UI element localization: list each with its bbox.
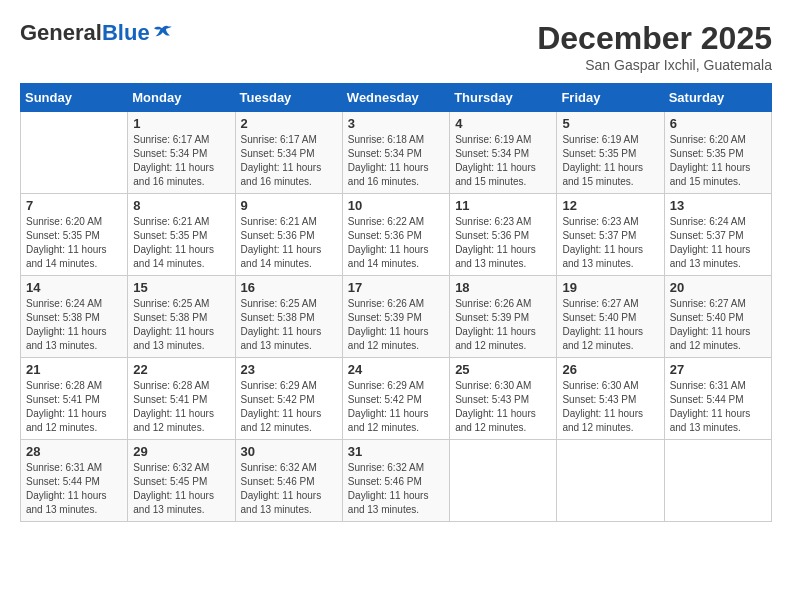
- day-info: Sunrise: 6:29 AM Sunset: 5:42 PM Dayligh…: [241, 379, 337, 435]
- calendar-cell: 25Sunrise: 6:30 AM Sunset: 5:43 PM Dayli…: [450, 358, 557, 440]
- day-number: 10: [348, 198, 444, 213]
- day-info: Sunrise: 6:19 AM Sunset: 5:34 PM Dayligh…: [455, 133, 551, 189]
- title-block: December 2025 San Gaspar Ixchil, Guatema…: [537, 20, 772, 73]
- day-number: 11: [455, 198, 551, 213]
- day-number: 9: [241, 198, 337, 213]
- day-info: Sunrise: 6:22 AM Sunset: 5:36 PM Dayligh…: [348, 215, 444, 271]
- calendar-cell: [21, 112, 128, 194]
- day-info: Sunrise: 6:26 AM Sunset: 5:39 PM Dayligh…: [348, 297, 444, 353]
- day-number: 17: [348, 280, 444, 295]
- calendar-cell: 23Sunrise: 6:29 AM Sunset: 5:42 PM Dayli…: [235, 358, 342, 440]
- day-info: Sunrise: 6:26 AM Sunset: 5:39 PM Dayligh…: [455, 297, 551, 353]
- calendar-cell: 10Sunrise: 6:22 AM Sunset: 5:36 PM Dayli…: [342, 194, 449, 276]
- day-number: 24: [348, 362, 444, 377]
- calendar-cell: 24Sunrise: 6:29 AM Sunset: 5:42 PM Dayli…: [342, 358, 449, 440]
- day-info: Sunrise: 6:24 AM Sunset: 5:38 PM Dayligh…: [26, 297, 122, 353]
- calendar-cell: 28Sunrise: 6:31 AM Sunset: 5:44 PM Dayli…: [21, 440, 128, 522]
- calendar-cell: 18Sunrise: 6:26 AM Sunset: 5:39 PM Dayli…: [450, 276, 557, 358]
- calendar-cell: 2Sunrise: 6:17 AM Sunset: 5:34 PM Daylig…: [235, 112, 342, 194]
- day-number: 1: [133, 116, 229, 131]
- calendar-cell: 29Sunrise: 6:32 AM Sunset: 5:45 PM Dayli…: [128, 440, 235, 522]
- day-info: Sunrise: 6:20 AM Sunset: 5:35 PM Dayligh…: [670, 133, 766, 189]
- calendar-header-sunday: Sunday: [21, 84, 128, 112]
- day-info: Sunrise: 6:31 AM Sunset: 5:44 PM Dayligh…: [26, 461, 122, 517]
- day-number: 19: [562, 280, 658, 295]
- day-info: Sunrise: 6:29 AM Sunset: 5:42 PM Dayligh…: [348, 379, 444, 435]
- day-number: 29: [133, 444, 229, 459]
- day-info: Sunrise: 6:19 AM Sunset: 5:35 PM Dayligh…: [562, 133, 658, 189]
- calendar-cell: 4Sunrise: 6:19 AM Sunset: 5:34 PM Daylig…: [450, 112, 557, 194]
- day-number: 26: [562, 362, 658, 377]
- day-number: 18: [455, 280, 551, 295]
- calendar-cell: 9Sunrise: 6:21 AM Sunset: 5:36 PM Daylig…: [235, 194, 342, 276]
- calendar-cell: 31Sunrise: 6:32 AM Sunset: 5:46 PM Dayli…: [342, 440, 449, 522]
- day-number: 14: [26, 280, 122, 295]
- calendar-week-3: 14Sunrise: 6:24 AM Sunset: 5:38 PM Dayli…: [21, 276, 772, 358]
- day-number: 28: [26, 444, 122, 459]
- calendar-week-5: 28Sunrise: 6:31 AM Sunset: 5:44 PM Dayli…: [21, 440, 772, 522]
- day-number: 22: [133, 362, 229, 377]
- day-info: Sunrise: 6:21 AM Sunset: 5:36 PM Dayligh…: [241, 215, 337, 271]
- day-info: Sunrise: 6:23 AM Sunset: 5:37 PM Dayligh…: [562, 215, 658, 271]
- day-info: Sunrise: 6:32 AM Sunset: 5:46 PM Dayligh…: [348, 461, 444, 517]
- calendar-cell: 26Sunrise: 6:30 AM Sunset: 5:43 PM Dayli…: [557, 358, 664, 440]
- calendar-cell: 27Sunrise: 6:31 AM Sunset: 5:44 PM Dayli…: [664, 358, 771, 440]
- day-number: 2: [241, 116, 337, 131]
- day-number: 6: [670, 116, 766, 131]
- day-info: Sunrise: 6:28 AM Sunset: 5:41 PM Dayligh…: [133, 379, 229, 435]
- calendar-header-tuesday: Tuesday: [235, 84, 342, 112]
- day-number: 13: [670, 198, 766, 213]
- calendar-cell: 19Sunrise: 6:27 AM Sunset: 5:40 PM Dayli…: [557, 276, 664, 358]
- day-number: 16: [241, 280, 337, 295]
- calendar-cell: 5Sunrise: 6:19 AM Sunset: 5:35 PM Daylig…: [557, 112, 664, 194]
- location-subtitle: San Gaspar Ixchil, Guatemala: [537, 57, 772, 73]
- day-number: 15: [133, 280, 229, 295]
- day-info: Sunrise: 6:21 AM Sunset: 5:35 PM Dayligh…: [133, 215, 229, 271]
- day-number: 23: [241, 362, 337, 377]
- month-title: December 2025: [537, 20, 772, 57]
- calendar-header-thursday: Thursday: [450, 84, 557, 112]
- calendar-cell: 12Sunrise: 6:23 AM Sunset: 5:37 PM Dayli…: [557, 194, 664, 276]
- calendar-header-friday: Friday: [557, 84, 664, 112]
- calendar-body: 1Sunrise: 6:17 AM Sunset: 5:34 PM Daylig…: [21, 112, 772, 522]
- day-number: 30: [241, 444, 337, 459]
- logo-bird-icon: [152, 25, 172, 41]
- day-info: Sunrise: 6:30 AM Sunset: 5:43 PM Dayligh…: [562, 379, 658, 435]
- day-info: Sunrise: 6:32 AM Sunset: 5:46 PM Dayligh…: [241, 461, 337, 517]
- calendar-cell: 7Sunrise: 6:20 AM Sunset: 5:35 PM Daylig…: [21, 194, 128, 276]
- day-info: Sunrise: 6:31 AM Sunset: 5:44 PM Dayligh…: [670, 379, 766, 435]
- calendar-week-1: 1Sunrise: 6:17 AM Sunset: 5:34 PM Daylig…: [21, 112, 772, 194]
- day-info: Sunrise: 6:27 AM Sunset: 5:40 PM Dayligh…: [562, 297, 658, 353]
- day-info: Sunrise: 6:20 AM Sunset: 5:35 PM Dayligh…: [26, 215, 122, 271]
- calendar-cell: 30Sunrise: 6:32 AM Sunset: 5:46 PM Dayli…: [235, 440, 342, 522]
- calendar-header-saturday: Saturday: [664, 84, 771, 112]
- calendar-cell: 13Sunrise: 6:24 AM Sunset: 5:37 PM Dayli…: [664, 194, 771, 276]
- day-number: 8: [133, 198, 229, 213]
- calendar-cell: 20Sunrise: 6:27 AM Sunset: 5:40 PM Dayli…: [664, 276, 771, 358]
- logo: GeneralBlue: [20, 20, 172, 46]
- calendar-cell: 8Sunrise: 6:21 AM Sunset: 5:35 PM Daylig…: [128, 194, 235, 276]
- day-info: Sunrise: 6:25 AM Sunset: 5:38 PM Dayligh…: [133, 297, 229, 353]
- day-number: 12: [562, 198, 658, 213]
- calendar-cell: 1Sunrise: 6:17 AM Sunset: 5:34 PM Daylig…: [128, 112, 235, 194]
- day-number: 27: [670, 362, 766, 377]
- day-info: Sunrise: 6:24 AM Sunset: 5:37 PM Dayligh…: [670, 215, 766, 271]
- calendar-cell: 21Sunrise: 6:28 AM Sunset: 5:41 PM Dayli…: [21, 358, 128, 440]
- day-number: 31: [348, 444, 444, 459]
- day-info: Sunrise: 6:17 AM Sunset: 5:34 PM Dayligh…: [241, 133, 337, 189]
- calendar-cell: 22Sunrise: 6:28 AM Sunset: 5:41 PM Dayli…: [128, 358, 235, 440]
- calendar-cell: 15Sunrise: 6:25 AM Sunset: 5:38 PM Dayli…: [128, 276, 235, 358]
- day-number: 25: [455, 362, 551, 377]
- calendar-cell: 16Sunrise: 6:25 AM Sunset: 5:38 PM Dayli…: [235, 276, 342, 358]
- day-number: 21: [26, 362, 122, 377]
- calendar-week-4: 21Sunrise: 6:28 AM Sunset: 5:41 PM Dayli…: [21, 358, 772, 440]
- calendar-table: SundayMondayTuesdayWednesdayThursdayFrid…: [20, 83, 772, 522]
- calendar-week-2: 7Sunrise: 6:20 AM Sunset: 5:35 PM Daylig…: [21, 194, 772, 276]
- day-info: Sunrise: 6:30 AM Sunset: 5:43 PM Dayligh…: [455, 379, 551, 435]
- calendar-cell: 17Sunrise: 6:26 AM Sunset: 5:39 PM Dayli…: [342, 276, 449, 358]
- day-info: Sunrise: 6:17 AM Sunset: 5:34 PM Dayligh…: [133, 133, 229, 189]
- calendar-header-monday: Monday: [128, 84, 235, 112]
- day-number: 7: [26, 198, 122, 213]
- day-number: 20: [670, 280, 766, 295]
- calendar-cell: 11Sunrise: 6:23 AM Sunset: 5:36 PM Dayli…: [450, 194, 557, 276]
